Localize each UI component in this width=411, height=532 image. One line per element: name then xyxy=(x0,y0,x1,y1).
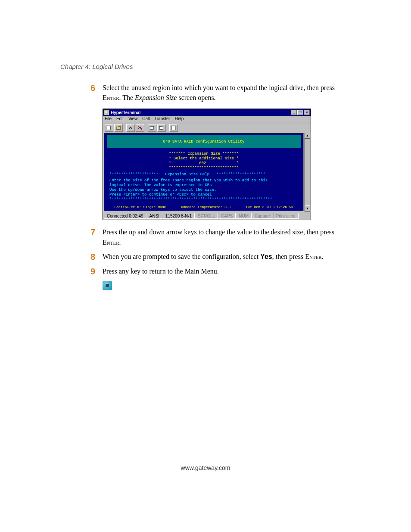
step-8: 8 When you are prompted to save the conf… xyxy=(90,252,353,262)
minimize-button[interactable]: _ xyxy=(291,110,297,115)
help-line: Use the up/down arrow keys to select the… xyxy=(109,188,301,193)
help-line: Press <Enter> to continue or <Esc> to ca… xyxy=(109,193,301,197)
step-number: 9 xyxy=(90,266,103,277)
terminal-screen: 840 SATA RAID Configuration Utility ****… xyxy=(104,133,304,211)
statusbar: Connected 0:02:49 ANSI 115200 8-N-1 SCRO… xyxy=(103,212,311,220)
toolbar xyxy=(103,123,311,132)
text: Press the up and down arrow keys to chan… xyxy=(103,228,334,236)
close-button[interactable]: × xyxy=(304,110,310,115)
controller-status-row: Controller 0: Single Mode Onboard Temper… xyxy=(107,204,301,210)
status-printecho: Print echo xyxy=(273,213,299,219)
scroll-down-icon[interactable]: ▼ xyxy=(305,205,310,212)
onboard-temp: Onboard Temperature: 30C xyxy=(181,205,230,209)
svg-rect-0 xyxy=(107,126,110,131)
hyperterminal-screenshot: HyperTerminal _ □ × File Edit View Call … xyxy=(103,109,311,220)
screen-name: Expansion Size xyxy=(135,94,177,101)
help-border-bottom: ****************************************… xyxy=(109,197,301,202)
window-title: HyperTerminal xyxy=(111,110,140,115)
step-9: 9 Press any key to return to the Main Me… xyxy=(90,266,353,277)
end-of-procedure-icon xyxy=(103,281,112,290)
menubar: File Edit View Call Transfer Help xyxy=(103,116,311,123)
expansion-value[interactable]: * 002 * xyxy=(107,161,301,166)
step-text: Press any key to return to the Main Menu… xyxy=(103,266,219,276)
text: . The xyxy=(119,94,135,101)
expansion-border-bottom: ****************************** xyxy=(107,166,301,171)
vertical-scrollbar[interactable]: ▲ ▼ xyxy=(304,133,310,212)
chapter-header: Chapter 4: Logical Drives xyxy=(60,63,133,70)
text: Select the unused region into which you … xyxy=(103,84,335,91)
key-enter: Enter xyxy=(103,239,119,246)
toolbar-receive-icon[interactable] xyxy=(157,124,166,132)
step-text: When you are prompted to save the config… xyxy=(103,252,324,261)
menu-view[interactable]: View xyxy=(128,116,138,121)
svg-rect-3 xyxy=(159,127,163,130)
status-connected: Connected 0:02:49 xyxy=(104,213,146,219)
text: screen opens. xyxy=(177,94,215,101)
status-caps: CAPS xyxy=(218,213,236,219)
menu-file[interactable]: File xyxy=(105,116,112,121)
svg-rect-2 xyxy=(150,127,153,130)
help-line: logical drive. The value is expressed in… xyxy=(109,183,301,188)
step-text: Select the unused region into which you … xyxy=(103,83,353,103)
status-emulation: ANSI xyxy=(146,213,162,219)
step-6: 6 Select the unused region into which yo… xyxy=(90,83,353,103)
key-enter: Enter xyxy=(103,94,119,101)
scroll-up-icon[interactable]: ▲ xyxy=(305,133,310,139)
help-line: Enter the size of the free space region … xyxy=(109,178,301,183)
step-number: 8 xyxy=(90,252,103,262)
svg-line-1 xyxy=(138,126,142,131)
terminal-area: 840 SATA RAID Configuration Utility ****… xyxy=(103,132,311,212)
menu-call[interactable]: Call xyxy=(142,116,149,121)
step-7: 7 Press the up and down arrow keys to ch… xyxy=(90,227,353,247)
utility-title: 840 SATA RAID Configuration Utility xyxy=(107,135,301,148)
menu-edit[interactable]: Edit xyxy=(116,116,124,121)
text: , then press xyxy=(272,253,305,260)
status-capture: Capture xyxy=(252,213,273,219)
expansion-border-top: ******* Expansion Size ******* xyxy=(107,152,301,156)
step-number: 6 xyxy=(90,83,103,93)
svg-rect-4 xyxy=(171,126,176,131)
toolbar-send-icon[interactable] xyxy=(148,124,156,132)
main-content: 6 Select the unused region into which yo… xyxy=(90,83,353,290)
text: . xyxy=(119,239,121,246)
menu-help[interactable]: Help xyxy=(175,116,184,121)
status-num: NUM xyxy=(236,213,252,219)
expansion-prompt: * Select the additional size * xyxy=(107,156,301,161)
toolbar-new-icon[interactable] xyxy=(105,124,113,132)
toolbar-connect-icon[interactable] xyxy=(126,124,135,132)
status-scroll: SCROLL xyxy=(195,213,218,219)
toolbar-disconnect-icon[interactable] xyxy=(136,124,144,132)
window-controls: _ □ × xyxy=(291,110,310,115)
menu-transfer[interactable]: Transfer xyxy=(154,116,170,121)
help-title: ********************* Expansion Size Hel… xyxy=(109,172,301,177)
window-titlebar: HyperTerminal _ □ × xyxy=(103,109,311,116)
app-icon xyxy=(104,110,109,115)
option-yes: Yes xyxy=(260,253,272,260)
datetime: Tue Dec 2 2003 17:26:53 xyxy=(246,205,293,209)
key-enter: Enter xyxy=(305,253,322,260)
toolbar-open-icon[interactable] xyxy=(114,124,123,132)
page-footer: www.gateway.com xyxy=(0,464,411,471)
step-number: 7 xyxy=(90,227,103,237)
maximize-button[interactable]: □ xyxy=(297,110,303,115)
text: When you are prompted to save the config… xyxy=(103,253,260,260)
step-text: Press the up and down arrow keys to chan… xyxy=(103,227,353,247)
status-baud: 115200 8-N-1 xyxy=(162,213,195,219)
text: . xyxy=(322,253,324,260)
controller-mode: Controller 0: Single Mode xyxy=(114,205,166,209)
toolbar-properties-icon[interactable] xyxy=(169,124,178,132)
